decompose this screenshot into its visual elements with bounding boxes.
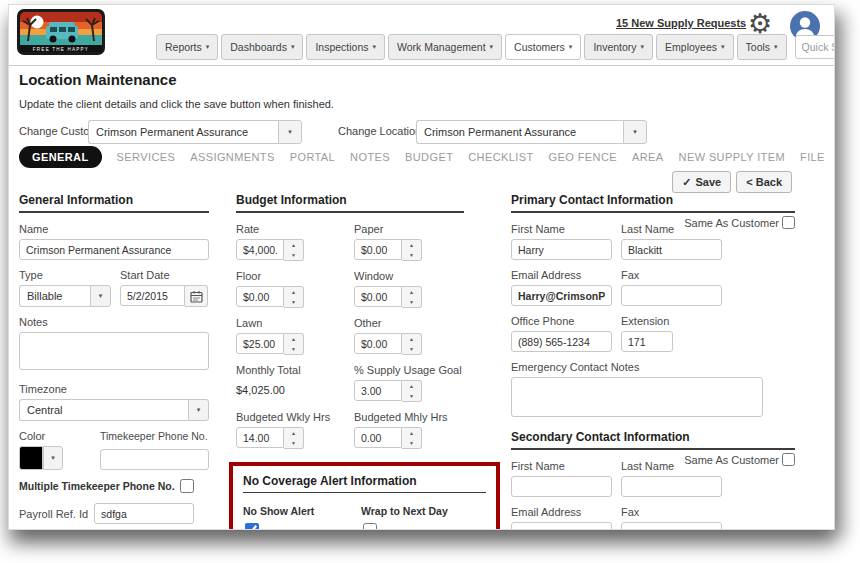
type-label: Type — [19, 269, 111, 281]
email-field[interactable] — [511, 285, 612, 306]
fax-field[interactable] — [621, 522, 722, 530]
change-location-select[interactable]: Crimson Permanent Assurance ▾ — [416, 120, 647, 144]
calendar-icon[interactable] — [185, 285, 208, 307]
first-name-field[interactable] — [511, 476, 612, 497]
caret-down-icon[interactable]: ▾ — [43, 446, 63, 470]
nav-inventory[interactable]: Inventory ▾ — [584, 34, 653, 60]
tab-checklist[interactable]: CHECKLIST — [468, 151, 533, 163]
spin-down-button[interactable]: ▼ — [402, 250, 421, 260]
nav-work-management[interactable]: Work Management ▾ — [388, 34, 502, 60]
paper-stepper[interactable]: ▲▼ — [354, 239, 424, 261]
caret-down-icon[interactable]: ▾ — [188, 399, 209, 421]
spin-down-button[interactable]: ▼ — [284, 297, 303, 307]
tab-portal[interactable]: PORTAL — [290, 151, 335, 163]
spin-down-button[interactable]: ▼ — [402, 391, 421, 401]
caret-down-icon: ▾ — [206, 43, 210, 51]
emergency-notes-field[interactable] — [511, 377, 763, 417]
spin-up-button[interactable]: ▲ — [284, 334, 303, 344]
notes-field[interactable] — [19, 332, 209, 370]
tab-area[interactable]: AREA — [632, 151, 664, 163]
spin-down-button[interactable]: ▼ — [402, 438, 421, 448]
tab-notes[interactable]: NOTES — [350, 151, 390, 163]
spin-down-button[interactable]: ▼ — [402, 297, 421, 307]
timezone-select[interactable]: Central ▾ — [19, 399, 209, 421]
tab-assignments[interactable]: ASSIGNMENTS — [190, 151, 274, 163]
fax-field[interactable] — [621, 285, 722, 306]
type-select[interactable]: Billable ▾ — [19, 285, 111, 307]
name-field[interactable] — [19, 239, 209, 260]
rate-label: Rate — [236, 223, 345, 235]
tab-file[interactable]: FILE — [800, 151, 825, 163]
fax-label: Fax — [621, 269, 722, 281]
same-as-customer-checkbox[interactable] — [782, 453, 795, 466]
last-name-field[interactable] — [621, 239, 722, 260]
no-show-alert-checkbox[interactable] — [245, 523, 259, 530]
rate-stepper[interactable]: ▲▼ — [236, 239, 306, 261]
tab-new-supply-item[interactable]: NEW SUPPLY ITEM — [679, 151, 785, 163]
nav-customers[interactable]: Customers ▾ — [505, 34, 581, 60]
caret-down-icon[interactable]: ▾ — [90, 285, 111, 307]
last-name-field[interactable] — [621, 476, 722, 497]
extension-field[interactable] — [621, 331, 673, 352]
floor-stepper[interactable]: ▲▼ — [236, 286, 306, 308]
back-button[interactable]: < Back — [736, 171, 792, 193]
spin-up-button[interactable]: ▲ — [402, 240, 421, 250]
start-date-field[interactable] — [120, 285, 185, 306]
email-field[interactable] — [511, 522, 612, 530]
supply-requests-link[interactable]: 15 New Supply Requests — [616, 17, 746, 29]
supply-usage-goal-stepper[interactable]: ▲▼ — [354, 380, 424, 402]
spin-up-button[interactable]: ▲ — [402, 381, 421, 391]
spin-up-button[interactable]: ▲ — [284, 428, 303, 438]
same-as-customer-checkbox[interactable] — [782, 216, 795, 229]
nav-tools[interactable]: Tools ▾ — [737, 34, 787, 60]
tab-budget[interactable]: BUDGET — [405, 151, 453, 163]
change-location-label: Change Location — [338, 125, 421, 137]
wrap-next-day-checkbox[interactable] — [363, 523, 377, 530]
other-stepper[interactable]: ▲▼ — [354, 333, 424, 355]
spin-up-button[interactable]: ▲ — [284, 287, 303, 297]
tab-geo-fence[interactable]: GEO FENCE — [549, 151, 617, 163]
general-information-section: General Information Name Type Billable ▾… — [19, 193, 209, 530]
save-button[interactable]: ✓ Save — [672, 171, 731, 193]
extension-label: Extension — [621, 315, 673, 327]
office-phone-field[interactable] — [511, 331, 612, 352]
spin-up-button[interactable]: ▲ — [402, 334, 421, 344]
nav-dashboards[interactable]: Dashboards ▾ — [221, 34, 303, 60]
spin-down-button[interactable]: ▼ — [402, 344, 421, 354]
payroll-ref-field[interactable] — [94, 503, 194, 524]
nav-reports[interactable]: Reports ▾ — [156, 34, 218, 60]
caret-down-icon[interactable]: ▾ — [623, 120, 647, 144]
header-divider — [9, 65, 835, 66]
tab-general[interactable]: GENERAL — [19, 146, 102, 168]
budgeted-wkly-stepper[interactable]: ▲▼ — [236, 427, 306, 449]
spin-up-button[interactable]: ▲ — [284, 240, 303, 250]
email-label: Email Address — [511, 269, 612, 281]
fax-label: Fax — [621, 506, 722, 518]
caret-down-icon[interactable]: ▾ — [278, 120, 302, 144]
quick-search-input[interactable] — [795, 35, 835, 59]
nav-employees[interactable]: Employees ▾ — [656, 34, 733, 60]
multiple-timekeeper-checkbox[interactable] — [180, 479, 194, 493]
payroll-ref-label: Payroll Ref. Id — [19, 508, 88, 520]
monthly-total-label: Monthly Total — [236, 364, 345, 376]
spin-down-button[interactable]: ▼ — [284, 250, 303, 260]
color-swatch — [19, 446, 43, 470]
caret-down-icon: ▾ — [721, 43, 725, 51]
other-label: Other — [354, 317, 463, 329]
timekeeper-phone-field[interactable] — [100, 449, 209, 470]
change-customer-select[interactable]: Crimson Permanent Assurance ▾ — [88, 120, 302, 144]
color-picker[interactable]: ▾ — [19, 446, 91, 470]
nav-inspections[interactable]: Inspections ▾ — [306, 34, 385, 60]
spin-up-button[interactable]: ▲ — [402, 287, 421, 297]
tab-services[interactable]: SERVICES — [117, 151, 176, 163]
app-logo[interactable]: FREE THE HAPPY — [17, 9, 105, 59]
lawn-stepper[interactable]: ▲▼ — [236, 333, 306, 355]
spin-down-button[interactable]: ▼ — [284, 438, 303, 448]
email-label: Email Address — [511, 506, 612, 518]
first-name-field[interactable] — [511, 239, 612, 260]
spin-up-button[interactable]: ▲ — [402, 428, 421, 438]
budgeted-mhly-stepper[interactable]: ▲▼ — [354, 427, 424, 449]
window-stepper[interactable]: ▲▼ — [354, 286, 424, 308]
spin-down-button[interactable]: ▼ — [284, 344, 303, 354]
wrap-next-day-label: Wrap to Next Day — [361, 505, 448, 517]
